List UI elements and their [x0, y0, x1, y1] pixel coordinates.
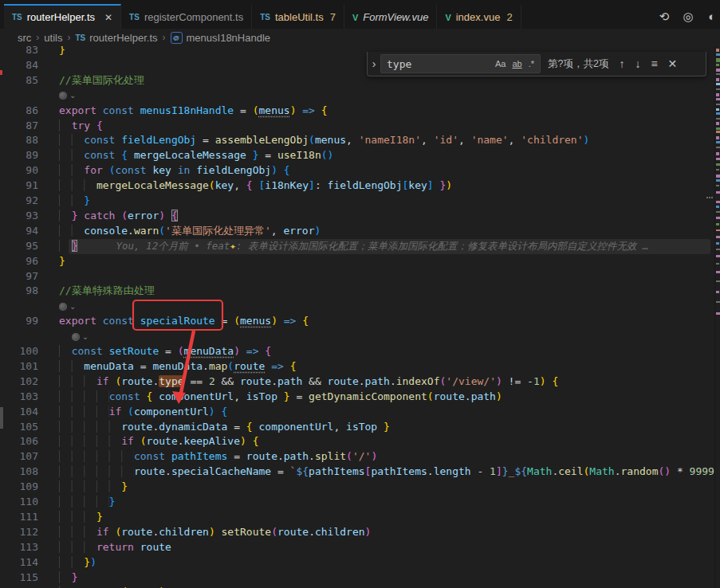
minimap-mark — [716, 280, 720, 282]
match-case-icon[interactable]: Aa — [493, 58, 508, 69]
chevron-down-icon[interactable]: ⌄ — [82, 333, 89, 341]
code-line-94[interactable]: 94 console.warn('菜单国际化处理异常', error) — [0, 224, 720, 239]
indent-guides — [59, 375, 96, 387]
code-content: } — [59, 495, 115, 510]
code-line-107[interactable]: 107 const pathItems = route.path.split('… — [0, 449, 720, 465]
code-token: ) — [159, 210, 165, 221]
code-editor[interactable]: 83}8485//菜单国际化处理⌄86export const menusI18… — [0, 46, 720, 588]
code-token: const — [72, 345, 103, 357]
code-line-100[interactable]: 100 const setRoute = (menuData) => { — [0, 344, 720, 359]
find-in-selection-button[interactable]: ≡ — [651, 57, 657, 70]
code-line-103[interactable]: 103 const { componentUrl, isTop } = getD… — [0, 390, 720, 405]
code-line-87[interactable]: 87 try { — [0, 119, 720, 134]
code-token — [265, 360, 271, 372]
find-widget: › type Aa ab .* 第?项，共2项 ↑ ↓ ≡ ✕ — [367, 52, 706, 76]
tab-index.vue[interactable]: Vindex.vue2 — [437, 4, 521, 29]
code-line-101[interactable]: 101 menuData = menuData.map(route => { — [0, 359, 720, 374]
code-line-114[interactable]: 114 }) — [0, 555, 720, 570]
code-line-106[interactable]: 106 if (route.keepAlive) { — [0, 434, 720, 449]
regex-icon[interactable]: .* — [526, 58, 537, 69]
code-token: } — [121, 480, 128, 492]
code-line-104[interactable]: 104 if (componentUrl) { — [0, 405, 720, 420]
chevron-down-icon[interactable]: ⌄ — [69, 92, 76, 100]
minimap-mark — [716, 312, 720, 315]
find-query[interactable]: type — [387, 58, 491, 70]
code-token: , — [421, 134, 434, 146]
code-line-91[interactable]: 91 mergeLocaleMessage(key, { [i18nKey]: … — [0, 178, 720, 194]
code-token: , — [458, 134, 471, 146]
code-line-86[interactable]: 86export const menusI18nHandle = (menus)… — [0, 104, 720, 119]
code-token: try — [72, 120, 90, 131]
minimap-mark — [716, 88, 720, 90]
minimap-mark — [716, 211, 720, 213]
code-token — [171, 164, 178, 176]
code-token: isTop — [346, 421, 377, 433]
minimap[interactable] — [714, 46, 720, 588]
chevron-down-icon[interactable]: ⌄ — [69, 303, 76, 311]
inline-ai-icon[interactable] — [72, 333, 80, 341]
code-line-97[interactable]: 97 — [0, 269, 720, 284]
code-line-99[interactable]: 99export const specialRoute = (menus) =>… — [0, 314, 720, 329]
code-line-111[interactable]: 111 } — [0, 510, 720, 525]
code-token: ) — [90, 556, 96, 568]
find-input[interactable]: type Aa ab .* — [380, 54, 541, 73]
inline-ai-icon[interactable] — [59, 303, 67, 311]
code-line-90[interactable]: 90 for (const key in fieldLengObj) { — [0, 163, 720, 178]
sparkle-icon: ✦ — [230, 240, 236, 252]
code-line-116[interactable]: 116 setRoute(menus) — [0, 585, 720, 588]
code-token: , — [234, 390, 246, 402]
minimap-mark — [716, 131, 720, 133]
breadcrumb-item-src[interactable]: src — [18, 32, 31, 44]
codelens-row: ⌄ — [0, 88, 720, 104]
code-token: ) — [540, 375, 546, 387]
code-token: ( — [309, 134, 315, 146]
code-line-92[interactable]: 92 } — [0, 194, 720, 209]
code-token: ceil — [558, 465, 583, 477]
code-line-115[interactable]: 115 } — [0, 570, 720, 586]
codelens-row: ⌄ — [0, 329, 720, 344]
editor-tab-bar: TSrouterHelper.ts✕TSregisterComponent.ts… — [0, 0, 720, 29]
source-action-icon[interactable]: ◎ — [682, 10, 694, 24]
breadcrumb-item-routerHelper.ts[interactable]: TSrouterHelper.ts — [75, 32, 157, 44]
code-line-98[interactable]: 98//菜单特殊路由处理 — [0, 284, 720, 299]
breadcrumb-item-menusI18nHandle[interactable]: @menusI18nHandle — [171, 32, 271, 44]
minimap-mark — [716, 53, 720, 56]
breadcrumb-item-utils[interactable]: utils — [44, 32, 62, 44]
close-find-button[interactable]: ✕ — [668, 57, 678, 70]
code-line-105[interactable]: 105 route.dynamicData = { componentUrl, … — [0, 420, 720, 435]
inline-ai-icon[interactable] — [59, 92, 67, 100]
code-line-112[interactable]: 112 if (route.children) setRoute(route.c… — [0, 525, 720, 540]
timeline-history-icon[interactable]: ⟲ — [658, 10, 671, 24]
code-line-88[interactable]: 88 const fieldLengObj = assembleLengObj(… — [0, 133, 720, 148]
code-line-93[interactable]: 93 } catch (error) { — [0, 209, 720, 224]
code-line-108[interactable]: 108 route.specialCacheName = `${pathItem… — [0, 465, 720, 480]
code-line-89[interactable]: 89 const { mergeLocaleMessage } = useI18… — [0, 148, 720, 163]
code-line-109[interactable]: 109 } — [0, 480, 720, 495]
tab-registerComponent.ts[interactable]: TSregisterComponent.ts — [121, 4, 252, 29]
code-line-110[interactable]: 110 } — [0, 495, 720, 510]
whole-word-icon[interactable]: ab — [510, 58, 524, 69]
code-token — [246, 435, 253, 447]
code-token: children — [159, 526, 209, 538]
code-token: random — [621, 465, 659, 477]
code-content: if (route.children) setRoute(route.child… — [59, 525, 371, 540]
code-line-102[interactable]: 102 if (route.type == 2 && route.path &&… — [0, 374, 720, 390]
minimap-mark — [716, 271, 720, 273]
code-line-113[interactable]: 113 return route — [0, 540, 720, 555]
code-line-96[interactable]: 96} — [0, 254, 720, 269]
codelens-row: ⌄ — [0, 299, 720, 314]
code-content: for (const key in fieldLengObj) { — [59, 163, 290, 178]
toggle-replace-chevron[interactable]: › — [368, 57, 380, 70]
next-match-button[interactable]: ↓ — [635, 57, 640, 70]
code-token: . — [203, 360, 209, 372]
previous-match-button[interactable]: ↑ — [619, 57, 624, 70]
split-editor-icon[interactable]: ◐ — [706, 10, 718, 23]
code-token: { — [290, 360, 297, 372]
code-token: const — [84, 134, 115, 146]
close-tab-icon[interactable]: ✕ — [104, 12, 112, 23]
tab-FormView.vue[interactable]: VFormView.vue — [344, 4, 437, 29]
code-line-95[interactable]: 95 }You, 12个月前 • feat✦: 表单设计添加国际化配置；菜单添加… — [0, 239, 720, 254]
tab-routerHelper.ts[interactable]: TSrouterHelper.ts✕ — [4, 4, 121, 29]
minimap-mark — [716, 236, 720, 238]
tab-tableUtil.ts[interactable]: TStableUtil.ts7 — [252, 4, 344, 29]
